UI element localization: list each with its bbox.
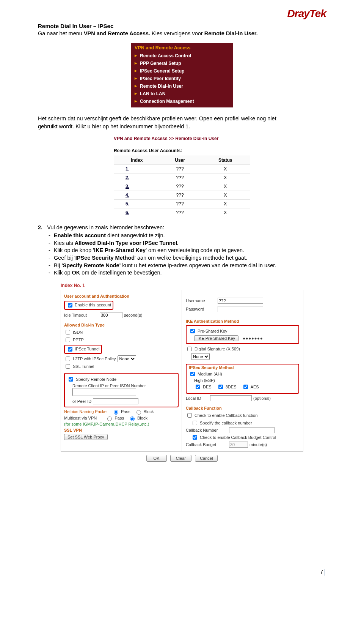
intro-pre: Ga naar het menu	[38, 30, 84, 36]
3des-label: 3DES	[226, 385, 237, 389]
aes-checkbox[interactable]	[243, 385, 248, 389]
callback-budget-label: Callback Budget	[186, 442, 228, 447]
password-input[interactable]	[218, 306, 263, 312]
index-link[interactable]: 2.	[126, 175, 129, 180]
index-link[interactable]: 6.	[126, 210, 129, 215]
table-row: 5.???X	[114, 199, 251, 208]
des-checkbox[interactable]	[196, 385, 200, 389]
callback-budget-checkbox[interactable]	[193, 435, 197, 440]
callback-number-input[interactable]	[229, 427, 275, 433]
remote-client-input[interactable]	[72, 388, 136, 396]
highlight-ipsec-security: IPSec Security Method Medium (AH) High (…	[186, 364, 299, 394]
head-allowed-dialin: Allowed Dial-In Type	[64, 323, 179, 327]
status-cell: X	[201, 182, 250, 191]
callback-enable-label: Check to enable Callback function	[195, 413, 257, 418]
para2-text: gebruikt wordt. Klikt u hier op het inde…	[38, 123, 185, 129]
netbios-pass-radio[interactable]	[114, 410, 118, 415]
ipsec-tunnel-checkbox[interactable]	[68, 347, 72, 352]
netbios-block-radio[interactable]	[136, 410, 141, 415]
l2tp-checkbox[interactable]	[66, 357, 70, 361]
step-intro: Vul de gegevens in zoals hieronder besch…	[47, 224, 164, 230]
user-cell: ???	[160, 208, 201, 217]
table-row: 3.???X	[114, 182, 251, 191]
pass-label: Pass	[121, 409, 130, 414]
l2tp-label: L2TP with IPSec Policy	[73, 357, 116, 361]
menu-item: IPSec Peer Identity	[131, 75, 233, 82]
page-number: 7	[320, 569, 326, 576]
index-link[interactable]: 1.	[126, 166, 129, 172]
menu-item: Remote Dial-in User	[131, 82, 233, 90]
accounts-table: Index User Status 1.???X 2.???X 3.???X 4…	[114, 156, 250, 217]
set-ssl-proxy-button[interactable]: Set SSL Web Proxy	[64, 434, 108, 440]
ssl-tunnel-label: SSL Tunnel	[73, 364, 94, 369]
ipsec-security-head: IPSec Security Method	[189, 365, 296, 370]
callback-budget-unit: minute(s)	[249, 442, 267, 447]
status-cell: X	[201, 191, 250, 199]
clear-button[interactable]: Clear	[170, 455, 191, 462]
enable-account-checkbox[interactable]	[68, 303, 72, 308]
ssl-tunnel-checkbox[interactable]	[66, 364, 70, 369]
form-screenshot: Index No. 1 User account and Authenticat…	[61, 283, 303, 462]
3des-checkbox[interactable]	[218, 385, 223, 389]
peer-id-input[interactable]	[93, 398, 138, 404]
index-link[interactable]: 3.	[126, 184, 129, 189]
callback-specify-label: Specify the callback number	[200, 421, 252, 425]
or-peer-id-label: or Peer ID	[72, 399, 91, 404]
intro-text: Ga naar het menu VPN and Remote Access. …	[38, 30, 326, 38]
digsig-select[interactable]: None	[191, 353, 210, 360]
highlight-psk: Pre-Shared Key IKE Pre-Shared Key ●●●●●●…	[186, 325, 299, 344]
index-link[interactable]: 5.	[126, 201, 129, 207]
index-link[interactable]: 4.	[126, 192, 129, 198]
digsig-label: Digital Signature (X.509)	[195, 347, 240, 351]
ssl-vpn-head: SSL VPN	[64, 428, 179, 432]
multicast-note: (for some IGMP,IP-Camera,DHCP Relay..etc…	[64, 422, 179, 426]
col-index: Index	[114, 156, 160, 164]
para2-link: 1.	[185, 123, 190, 129]
multicast-pass-radio[interactable]	[107, 416, 112, 421]
isdn-checkbox[interactable]	[66, 330, 70, 334]
l2tp-policy-select[interactable]: None	[118, 355, 136, 362]
digsig-checkbox[interactable]	[187, 347, 192, 351]
username-input[interactable]	[218, 298, 263, 304]
pptp-checkbox[interactable]	[66, 338, 70, 342]
b4-bold: IPSec Security Method	[75, 255, 135, 261]
local-id-input[interactable]	[210, 395, 252, 401]
password-label: Password	[186, 307, 216, 311]
ok-button[interactable]: OK	[146, 455, 167, 462]
callback-specify-checkbox[interactable]	[193, 421, 197, 425]
b3-post: ' om een versleuteling code op te geven.	[146, 247, 244, 253]
optional-label: (optional)	[253, 396, 271, 401]
idle-timeout-label: Idle Timeout	[64, 313, 98, 317]
multicast-block-radio[interactable]	[130, 416, 135, 421]
head-user-account: User account and Authentication	[64, 294, 179, 298]
b6-bold: OK	[72, 270, 80, 276]
user-cell: ???	[160, 191, 201, 199]
step-2: 2. Vul de gegevens in zoals hieronder be…	[38, 224, 326, 232]
idle-timeout-input[interactable]	[100, 312, 122, 318]
form-index-title: Index No. 1	[61, 283, 303, 288]
psk-dots: ●●●●●●●	[243, 336, 263, 341]
psk-checkbox[interactable]	[190, 329, 195, 333]
status-cell: X	[201, 164, 250, 173]
breadcrumb: VPN and Remote Access >> Remote Dial-in …	[114, 136, 250, 141]
user-cell: ???	[160, 199, 201, 208]
b5-post: kunt u het externe ip-adres opgeven van …	[121, 262, 276, 268]
block-label: Block	[144, 409, 154, 414]
user-cell: ???	[160, 164, 201, 173]
highlight-enable-account: Enable this account	[64, 301, 113, 310]
enable-account-label: Enable this account	[75, 303, 111, 307]
menu-item: Remote Access Control	[131, 52, 233, 60]
specify-remote-checkbox[interactable]	[69, 377, 73, 382]
callback-budget-enable-label: Check to enable Callback Budget Control	[200, 435, 276, 440]
accounts-subhead: Remote Access User Accounts:	[114, 148, 250, 153]
menu-title: VPN and Remote Access	[131, 43, 233, 52]
b1-rest: dient aangevinkt te zijn.	[106, 232, 165, 238]
medium-ah-checkbox[interactable]	[190, 372, 195, 376]
cancel-button[interactable]: Cancel	[195, 455, 218, 462]
callback-enable-checkbox[interactable]	[187, 413, 192, 418]
ike-psk-button[interactable]: IKE Pre-Shared Key	[194, 335, 238, 341]
ipsec-tunnel-label: IPSec Tunnel	[75, 347, 99, 351]
menu-item: Connection Management	[131, 98, 233, 105]
col-user: User	[160, 156, 201, 164]
medium-ah-label: Medium (AH)	[198, 372, 222, 376]
